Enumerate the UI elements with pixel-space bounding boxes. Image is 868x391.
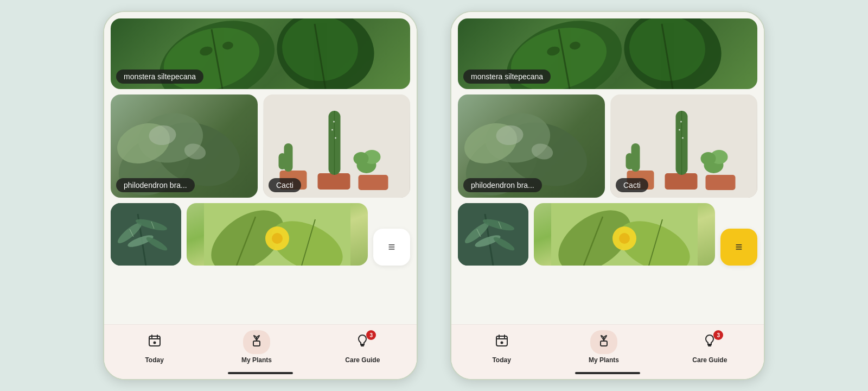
svg-rect-102 <box>601 341 607 346</box>
svg-point-27 <box>335 137 336 139</box>
filter-icon-right: ≡ <box>736 241 743 253</box>
row-1-left: monstera siltepecana <box>111 18 410 89</box>
monstera-label-left: monstera siltepecana <box>116 70 203 84</box>
nav-myplants-label-left: My Plants <box>241 356 272 364</box>
svg-point-48 <box>153 342 156 344</box>
monstera-card-right[interactable]: monstera siltepecana <box>458 18 757 89</box>
plant-grid-left: monstera siltepecana <box>104 12 417 324</box>
svg-rect-16 <box>318 173 350 190</box>
plants-icon-wrap-right <box>590 330 617 354</box>
badge-right: 3 <box>713 330 723 340</box>
filter-icon-left: ≡ <box>388 241 395 253</box>
tropical-card-left[interactable] <box>187 203 368 266</box>
bottom-nav-left: Today My Plants <box>104 324 417 367</box>
plants-icon-wrap-left <box>243 330 270 354</box>
svg-rect-21 <box>279 153 286 169</box>
monstera-card-left[interactable]: monstera siltepecana <box>111 18 410 89</box>
phone-content-right: monstera siltepecana philo <box>451 12 764 379</box>
nav-myplants-left[interactable]: My Plants <box>231 330 283 364</box>
nav-today-right[interactable]: Today <box>477 330 526 364</box>
plants-icon-right <box>597 333 611 351</box>
svg-point-80 <box>682 137 684 139</box>
svg-point-24 <box>354 152 369 165</box>
nav-careguide-right[interactable]: 3 Care Guide <box>681 330 738 364</box>
svg-point-79 <box>679 129 680 131</box>
philodendron-card-right[interactable]: philodendron bra... <box>458 94 605 198</box>
svg-point-26 <box>331 129 333 131</box>
svg-point-25 <box>333 121 335 123</box>
philodendron-label-left: philodendron bra... <box>116 178 195 192</box>
today-icon-right <box>495 333 509 351</box>
cacti-card-left[interactable]: ♡ <box>263 94 410 198</box>
svg-rect-74 <box>626 153 634 169</box>
svg-point-78 <box>680 121 682 123</box>
plant-grid-right: monstera siltepecana philo <box>451 12 764 324</box>
row-1-right: monstera siltepecana <box>458 18 757 89</box>
svg-point-43 <box>272 233 283 244</box>
home-indicator-right <box>451 367 764 379</box>
svg-rect-17 <box>359 175 388 190</box>
home-bar-left <box>228 372 293 374</box>
svg-rect-49 <box>253 341 260 346</box>
philodendron-card-left[interactable]: philodendron bra... <box>111 94 258 198</box>
nav-myplants-label-right: My Plants <box>589 356 619 364</box>
today-icon-wrap-left <box>141 330 168 354</box>
svg-rect-69 <box>665 173 698 190</box>
svg-rect-70 <box>706 175 736 190</box>
today-icon-wrap-right <box>488 330 515 354</box>
cacti-card-right[interactable]: ♡ <box>610 94 757 198</box>
bulb-icon-wrap-right: 3 <box>696 330 723 354</box>
phone-right: monstera siltepecana philo <box>450 11 765 380</box>
svg-rect-81 <box>458 203 528 266</box>
svg-rect-97 <box>496 336 507 346</box>
cacti-label-right: Cacti <box>616 178 648 192</box>
row-3-right: ≡ <box>458 203 757 266</box>
svg-point-96 <box>619 233 630 244</box>
today-icon-left <box>148 333 162 351</box>
nav-today-label-right: Today <box>492 356 510 364</box>
phone-left: monstera siltepecana <box>103 11 418 380</box>
svg-point-77 <box>701 152 716 165</box>
dracaena-card-left[interactable] <box>111 203 181 266</box>
svg-rect-44 <box>149 336 160 346</box>
phone-content-left: monstera siltepecana <box>104 12 417 379</box>
badge-left: 3 <box>366 330 376 340</box>
nav-today-label-left: Today <box>145 356 163 364</box>
home-bar-right <box>575 372 640 374</box>
nav-myplants-right[interactable]: My Plants <box>578 330 630 364</box>
nav-careguide-label-left: Care Guide <box>345 356 380 364</box>
row-3-left: ≡ <box>111 203 410 266</box>
bulb-icon-wrap-left: 3 <box>349 330 376 354</box>
row-2-left: philodendron bra... ♡ <box>111 94 410 198</box>
nav-careguide-left[interactable]: 3 Care Guide <box>334 330 391 364</box>
svg-rect-28 <box>111 203 181 266</box>
tropical-card-right[interactable] <box>534 203 715 266</box>
home-indicator-left <box>104 367 417 379</box>
philodendron-label-right: philodendron bra... <box>463 178 542 192</box>
monstera-label-right: monstera siltepecana <box>463 70 551 84</box>
nav-today-left[interactable]: Today <box>130 330 179 364</box>
svg-point-101 <box>500 342 503 344</box>
filter-button-right[interactable]: ≡ <box>720 229 757 266</box>
dracaena-card-right[interactable] <box>458 203 528 266</box>
plants-icon-left <box>250 333 264 351</box>
filter-button-left[interactable]: ≡ <box>373 229 410 266</box>
bottom-nav-right: Today My Plants <box>451 324 764 367</box>
row-2-right: philodendron bra... ♡ <box>458 94 757 198</box>
nav-careguide-label-right: Care Guide <box>692 356 727 364</box>
cacti-label-left: Cacti <box>269 178 301 192</box>
